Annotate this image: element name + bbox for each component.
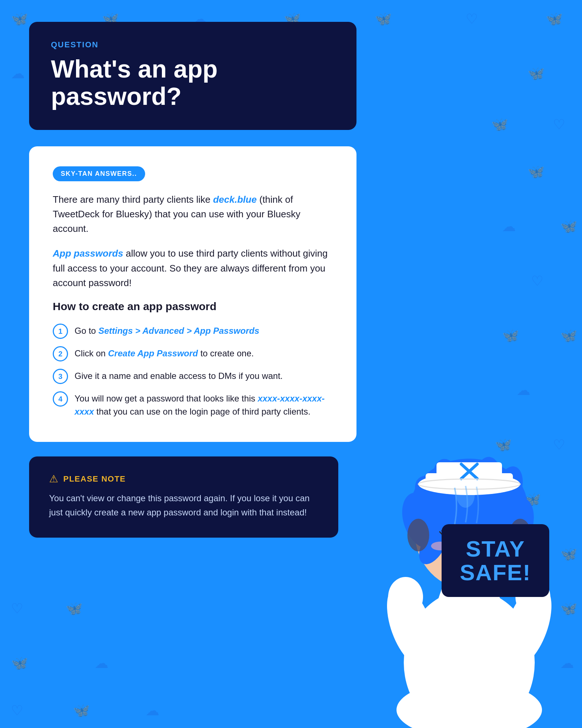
step-text-3: Give it a name and enable access to DMs … [75,368,283,383]
settings-link: Settings > Advanced > App Passwords [98,326,259,336]
character-area: STAY SAFE! [335,328,582,728]
deco-heart: ♡ [531,273,543,289]
sky-tan-badge: SKY-TAN ANSWERS.. [53,166,145,181]
stay-safe-sign: STAY SAFE! [442,524,549,597]
warning-icon: ⚠ [49,473,58,485]
step-number-4: 4 [53,391,68,407]
answer-card: SKY-TAN ANSWERS.. There are many third p… [29,146,356,442]
note-card: ⚠ PLEASE NOTE You can't view or change t… [29,456,338,538]
deco-butterfly: 🦋 [491,116,508,132]
svg-point-31 [407,519,429,551]
answer-intro-paragraph: There are many third party clients like … [53,192,333,236]
deco-butterfly: 🦋 [65,601,83,617]
step-text-2: Click on Create App Password to create o… [75,345,254,360]
app-passwords-link: App passwords [53,248,123,259]
note-title: PLEASE NOTE [63,474,126,484]
deco-heart: ♡ [466,11,478,27]
question-label: QUESTION [51,40,335,50]
deco-butterfly: 🦋 [73,703,90,719]
password-example: xxxx-xxxx-xxxx-xxxx [75,393,325,416]
create-app-password-link: Create App Password [108,348,198,358]
answer-app-passwords-paragraph: App passwords allow you to use third par… [53,246,333,290]
deco-butterfly: 🦋 [527,164,545,180]
deco-heart: ♡ [11,601,23,617]
svg-point-3 [388,577,423,617]
deck-blue-link[interactable]: deck.blue [213,194,257,205]
deco-cloud: ☁ [95,655,108,671]
step-text-4: You will now get a password that looks l… [75,391,333,418]
deco-butterfly: 🦋 [546,11,563,27]
deco-butterfly: 🦋 [11,655,28,671]
stay-safe-line1: STAY [460,537,531,561]
step-number-1: 1 [53,324,68,339]
step-number-3: 3 [53,369,68,384]
note-text: You can't view or change this password a… [49,491,318,519]
step-item-1: 1 Go to Settings > Advanced > App Passwo… [53,323,333,339]
deco-heart: ♡ [11,703,23,719]
step-item-4: 4 You will now get a password that looks… [53,391,333,418]
how-to-title: How to create an app password [53,300,333,313]
step-item-2: 2 Click on Create App Password to create… [53,345,333,361]
deco-butterfly: 🦋 [560,218,577,234]
deco-heart: ♡ [553,116,565,132]
intro-text-1: There are many third party clients like [53,194,213,205]
deco-cloud: ☁ [146,703,159,719]
step-item-3: 3 Give it a name and enable access to DM… [53,368,333,384]
note-header: ⚠ PLEASE NOTE [49,473,318,485]
step-text-1: Go to Settings > Advanced > App Password… [75,323,259,337]
stay-safe-line2: SAFE! [460,561,531,584]
deco-cloud: ☁ [502,218,516,234]
steps-list: 1 Go to Settings > Advanced > App Passwo… [53,323,333,418]
stay-safe-text: STAY SAFE! [460,537,531,584]
deco-butterfly: 🦋 [527,66,545,82]
question-title: What's an app password? [51,55,335,110]
question-card: QUESTION What's an app password? [29,22,356,130]
step-number-2: 2 [53,346,68,361]
